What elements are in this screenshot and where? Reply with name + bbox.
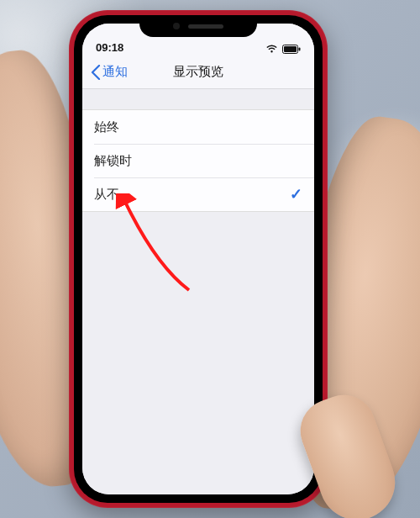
phone-notch — [139, 15, 257, 37]
option-always[interactable]: 始终 — [82, 110, 314, 144]
option-never[interactable]: 从不 ✓ — [82, 177, 314, 211]
phone-frame: 09:18 — [69, 10, 328, 508]
page-title: 显示预览 — [173, 64, 223, 80]
option-label: 始终 — [94, 119, 119, 135]
nav-bar: 通知 显示预览 — [82, 56, 314, 89]
option-when-unlocked[interactable]: 解锁时 — [82, 144, 314, 177]
svg-rect-2 — [299, 48, 301, 51]
status-time: 09:18 — [96, 41, 123, 54]
option-label: 解锁时 — [94, 153, 132, 169]
wifi-icon — [265, 45, 278, 54]
option-label: 从不 — [94, 187, 119, 203]
screen: 09:18 — [82, 24, 314, 494]
battery-icon — [282, 45, 301, 54]
back-label: 通知 — [102, 64, 128, 80]
back-button[interactable]: 通知 — [87, 56, 131, 88]
checkmark-icon: ✓ — [290, 185, 302, 204]
options-list: 始终 解锁时 从不 ✓ — [82, 109, 314, 212]
svg-rect-1 — [284, 46, 297, 52]
chevron-left-icon — [91, 65, 101, 80]
